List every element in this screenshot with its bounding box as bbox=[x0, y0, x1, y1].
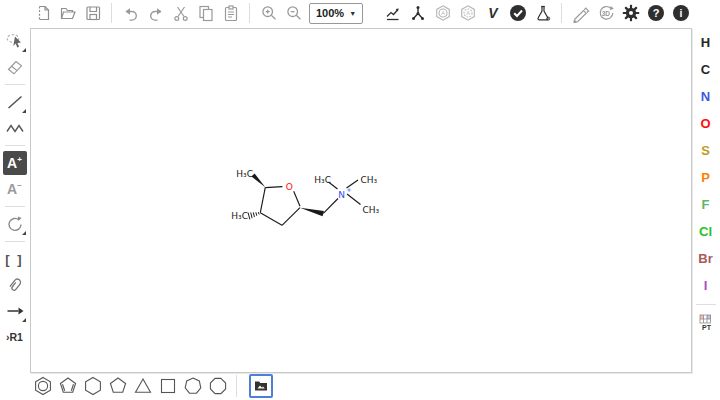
atom-label-oxygen: O bbox=[286, 182, 293, 192]
lasso-selection-button[interactable] bbox=[3, 29, 27, 53]
element-button-c[interactable]: C bbox=[693, 56, 719, 83]
template-toolbar bbox=[0, 372, 273, 400]
element-button-p[interactable]: P bbox=[693, 164, 719, 191]
periodic-table-button[interactable]: PT bbox=[694, 310, 718, 334]
rotate-tool-button[interactable] bbox=[3, 212, 27, 236]
template-cyclopentane[interactable] bbox=[105, 374, 130, 398]
zoom-in-button[interactable] bbox=[258, 2, 280, 24]
atom-label-methyl: CH₃ bbox=[363, 205, 380, 215]
paperclip-icon bbox=[4, 274, 26, 296]
template-library-icon bbox=[254, 379, 268, 393]
save-button[interactable] bbox=[82, 2, 104, 24]
redo-icon bbox=[146, 3, 166, 23]
svg-text:PT: PT bbox=[702, 324, 712, 331]
calculate-cip-icon: V bbox=[483, 3, 503, 23]
clean-up-button[interactable] bbox=[407, 2, 429, 24]
cyclohexane-icon bbox=[82, 375, 104, 397]
svg-text:3D: 3D bbox=[601, 10, 610, 17]
template-cyclooctane[interactable] bbox=[205, 374, 230, 398]
help-icon: ? bbox=[646, 3, 666, 23]
open-button[interactable] bbox=[57, 2, 79, 24]
molecule-structure[interactable]: H₃C O H₃C H₃C N + CH₃ CH₃ bbox=[216, 151, 391, 246]
chain-button[interactable] bbox=[3, 116, 27, 140]
settings-button[interactable] bbox=[620, 2, 642, 24]
zoom-out-button[interactable] bbox=[283, 2, 305, 24]
s-group-button[interactable]: [ ] bbox=[3, 247, 27, 271]
atom-label-methyl: H₃C bbox=[231, 211, 248, 221]
attach-button[interactable] bbox=[3, 273, 27, 297]
new-document-button[interactable] bbox=[32, 2, 54, 24]
element-button-cl[interactable]: Cl bbox=[693, 218, 719, 245]
benzene-icon bbox=[32, 375, 54, 397]
element-button-f[interactable]: F bbox=[693, 191, 719, 218]
calculate-cip-button[interactable]: V bbox=[482, 2, 504, 24]
template-cyclobutane[interactable] bbox=[155, 374, 180, 398]
element-button-h[interactable]: H bbox=[693, 29, 719, 56]
redo-button[interactable] bbox=[145, 2, 167, 24]
svg-text:A: A bbox=[466, 10, 470, 16]
dropdown-corner bbox=[22, 48, 26, 52]
charge-plus-icon: A+ bbox=[7, 156, 22, 170]
dropdown-corner bbox=[22, 231, 26, 235]
reaction-arrow-button[interactable] bbox=[3, 299, 27, 323]
r-group-button[interactable]: ›R1 bbox=[3, 325, 27, 349]
element-button-n[interactable]: N bbox=[693, 83, 719, 110]
aromatize-button[interactable]: A bbox=[432, 2, 454, 24]
eraser-button[interactable] bbox=[3, 55, 27, 79]
template-library-button[interactable] bbox=[249, 374, 273, 398]
template-benzene[interactable] bbox=[30, 374, 55, 398]
periodic-table-icon: PT bbox=[696, 312, 716, 332]
svg-text:A: A bbox=[441, 10, 445, 16]
zoom-level-select[interactable]: 100% ▼ bbox=[309, 3, 363, 24]
copy-button[interactable] bbox=[195, 2, 217, 24]
layout-button[interactable] bbox=[382, 2, 404, 24]
toolbar-divider bbox=[249, 3, 250, 23]
recognize-molecule-button[interactable] bbox=[570, 2, 592, 24]
dearomatize-button[interactable]: A bbox=[457, 2, 479, 24]
cut-button[interactable] bbox=[170, 2, 192, 24]
atom-label-nitrogen: N bbox=[338, 190, 345, 200]
atom-charge: + bbox=[346, 186, 351, 194]
toolbar-divider bbox=[5, 241, 25, 242]
wedge-bonds bbox=[251, 174, 324, 217]
drawing-canvas[interactable]: H₃C O H₃C H₃C N + CH₃ CH₃ bbox=[30, 28, 692, 373]
s-group-brackets-icon: [ ] bbox=[5, 252, 23, 267]
open-3d-viewer-button[interactable]: 3D bbox=[595, 2, 617, 24]
template-cyclopropane[interactable] bbox=[130, 374, 155, 398]
check-structure-icon bbox=[508, 3, 528, 23]
template-cycloheptane[interactable] bbox=[180, 374, 205, 398]
help-button[interactable]: ? bbox=[645, 2, 667, 24]
template-cyclopentadiene[interactable] bbox=[55, 374, 80, 398]
paste-button[interactable] bbox=[220, 2, 242, 24]
template-cyclohexane[interactable] bbox=[80, 374, 105, 398]
toolbar-divider bbox=[5, 84, 25, 85]
calculated-values-button[interactable] bbox=[532, 2, 554, 24]
element-button-i[interactable]: I bbox=[693, 272, 719, 299]
charge-plus-button[interactable]: A+ bbox=[3, 151, 27, 175]
layout-icon bbox=[383, 3, 403, 23]
open-folder-icon bbox=[58, 3, 78, 23]
toolbar-divider bbox=[561, 3, 562, 23]
charge-minus-button[interactable]: A− bbox=[3, 177, 27, 201]
svg-text:V: V bbox=[488, 5, 499, 21]
calculated-values-icon bbox=[533, 3, 553, 23]
chain-icon bbox=[4, 117, 26, 139]
undo-button[interactable] bbox=[120, 2, 142, 24]
zoom-in-icon bbox=[259, 3, 279, 23]
element-button-o[interactable]: O bbox=[693, 110, 719, 137]
eraser-icon bbox=[4, 56, 26, 78]
about-button[interactable]: i bbox=[670, 2, 692, 24]
element-button-s[interactable]: S bbox=[693, 137, 719, 164]
save-icon bbox=[83, 3, 103, 23]
single-bond-button[interactable] bbox=[3, 90, 27, 114]
toolbar-divider bbox=[236, 375, 237, 397]
check-structure-button[interactable] bbox=[507, 2, 529, 24]
dropdown-corner bbox=[22, 109, 26, 113]
toolbar-divider bbox=[111, 3, 112, 23]
new-document-icon bbox=[33, 3, 53, 23]
aromatize-icon: A bbox=[433, 3, 453, 23]
element-button-br[interactable]: Br bbox=[693, 245, 719, 272]
pencil-icon bbox=[571, 3, 591, 23]
copy-icon bbox=[196, 3, 216, 23]
dearomatize-icon: A bbox=[458, 3, 478, 23]
